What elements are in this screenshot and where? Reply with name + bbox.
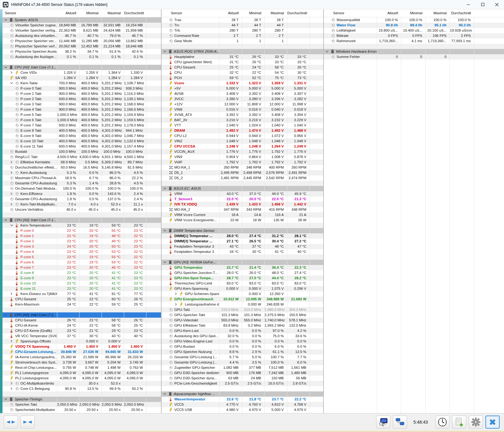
expand-icon[interactable] [10,203,15,205]
section-row[interactable]: Speicher-Timings [2,397,161,402]
sensor-row[interactable]: OC-Multiplikatorlimits30.0 x52.0 x [2,381,161,386]
sensor-row[interactable]: GPU Energieverbrauch15.912 W12.695 W348.… [162,297,323,302]
sensor-row[interactable]: Virtueller Speicher zugew...18,849 MB16,… [2,23,161,28]
sensor-row[interactable]: GPU D3D-Speicher dyna...63 MB24 MB150 MB… [162,376,323,381]
settings-button[interactable] [469,416,483,429]
collapse-icon[interactable] [163,393,169,395]
collapse-icon[interactable] [4,66,10,68]
sensor-row[interactable]: P-core 3 Takt900.0 MHz400.0 MHz5,201.2 M… [2,102,161,107]
sensor-row[interactable]: D5_22,481 RPM2,445 RPM2,542 RPM2,474 RPM [162,175,323,181]
sensor-row[interactable]: 3VCC3.280 V3.280 V3.296 V3.282 V [162,96,323,102]
sensor-row[interactable]: CPU Gesamt26 °C23 °C58 °C26 °C [2,318,161,323]
sensor-row[interactable]: Festplatten-Temperatur 343 °C37 °C48 °C4… [162,244,323,249]
sensor-row[interactable]: Durchschnittlicher effekti...50.0 MHz16.… [2,165,161,170]
clock-button[interactable] [435,416,450,429]
sensor-row[interactable]: Zugeteilter GPU-Speicher1,082 MB377 MB7,… [162,365,323,370]
collapse-columns-button[interactable] [20,416,35,429]
sensor-row[interactable]: P-core 723 °C20 °C46 °C23 °C [2,265,161,270]
collapse-icon[interactable] [10,224,15,227]
expand-columns-button[interactable] [4,416,18,429]
sensor-row[interactable]: Auslastung der Auslager...0.1 %0.1 %0.1 … [2,54,161,60]
sensor-row[interactable]: Core C1 Belegung90.8 %13.5 %99.9 %93.2 % [2,386,161,391]
sensor-row[interactable]: Summe Fehler000 [324,54,504,60]
sensor-row[interactable]: CPU GT-Kerne (Grafik)23 °C21 °C29 °C23 °… [2,328,161,333]
sensor-row[interactable]: Kern-Auslastung5.3 %0.0 %86.0 %4.5 % [2,170,161,175]
column-header-aktuell[interactable]: Aktuell [377,9,401,17]
section-row[interactable]: System: ASUS [2,17,161,23]
sensor-row[interactable]: 3VSB_ATX3.392 V3.392 V3.408 V3.394 V [162,112,323,117]
column-header-sensor[interactable]: Sensor [162,9,219,17]
sensor-row[interactable]: P-core 2 Takt500.0 MHz400.0 MHz5,201.2 M… [2,96,161,102]
sensor-row[interactable]: GPU-Speicher-Junction-T...28.0 °C26.0 °C… [162,270,323,276]
report-button[interactable] [452,416,466,429]
sensor-row[interactable]: Kern-Maximum24 °C22 °C59 °C25 °C [2,302,161,307]
sensor-row[interactable]: +5V5.000 V5.000 V5.000 V5.000 V [162,86,323,91]
maximize-button[interactable] [476,0,490,9]
section-row[interactable]: ASUS ROG STRIX Z690-A... [162,49,323,54]
sensor-row[interactable]: Virtueller Speicher verfüg...22,363 MB8,… [2,28,161,33]
collapse-icon[interactable] [4,398,10,400]
sensor-row[interactable]: Maximale CPU-/Thread-A...18.9 %6.7 %86.0… [2,175,161,181]
expand-icon[interactable] [10,382,15,385]
sensor-row[interactable]: GPU-Schienen-Spann...0.000 V12.260 V [162,291,323,297]
sensor-row[interactable]: P-core 022 °C20 °C55 °C23 °C [2,228,161,233]
sensor-row[interactable]: VHIF1.792 V1.792 V1.792 V1.792 V [162,160,323,165]
sensor-row[interactable]: P-core 1 Takt900.0 MHz400.0 MHz5,201.2 M… [2,91,161,96]
sensor-row[interactable]: Spannungs-Offsets0.000 V0.000 V [2,339,161,344]
sensor-row[interactable]: Bildrate0 FPS0 FPS196 FPS2 FPS [324,33,504,38]
remote-monitoring-button[interactable] [393,416,407,429]
sensor-row[interactable]: VRM Vcore Current18 A14 A116 A21 A [162,212,323,218]
sensor-row[interactable]: P-core 324 °C20 °C50 °C23 °C [2,244,161,249]
sensor-row[interactable]: E-core 8 Takt400.0 MHz400.0 MHz4,301.0 M… [2,128,161,133]
sensor-row[interactable]: VDDQ TX Spannung1.450 V1.450 V1.450 V1.4… [2,344,161,349]
sensor-row[interactable]: Physischer Speicher ver...12,446 MB11,28… [2,38,161,44]
sensor-row[interactable]: Gear Mode111 [162,38,323,44]
sensor-row[interactable]: PCH69 °C52 °C75 °C73 °C [162,75,323,81]
section-row[interactable]: CPU [#0]: Intel Core i7-1... [2,312,161,318]
sensor-row[interactable]: E-core 822 °C20 °C41 °C23 °C [2,270,161,276]
column-header-aktuell[interactable]: Aktuell [219,9,242,17]
section-row[interactable]: Windows Hardware Errors (... [324,49,504,54]
sensor-row[interactable]: CPU Gesamt25 °C24 °C58 °C26 °C [162,65,323,70]
sensor-row[interactable]: Kern-Temperaturen23 °C19 °C59 °C23 °C [2,223,161,228]
sensor-row[interactable]: GPU-Kern-Last0.0 %0.0 %97.0 %4.2 % [162,328,323,333]
column-header-durchschnitt[interactable]: Durchschnitt [124,9,146,17]
collapse-icon[interactable] [4,19,10,21]
collapse-icon[interactable] [163,187,169,190]
sensor-row[interactable]: P-core 122 °C19 °C48 °C22 °C [2,233,161,239]
column-header-maximal[interactable]: Maximal [425,9,450,17]
expand-icon[interactable] [10,293,15,295]
sensor-row[interactable]: GPU-Buslast0.0 %0.0 %6.0 %0.0 % [162,344,323,349]
sensor-row[interactable]: Wasserqualität100.0 %100.0 %100.0 %100.0… [324,17,504,23]
sensor-row[interactable]: Uncore Verhältnis45.0 x45.0 x45.0 x45.0 … [2,207,161,212]
sensor-row[interactable]: CPU-Gesamt-Leistung...30.846 W27.026 W94… [2,349,161,355]
sensor-row[interactable]: Kern-Distanz zu TjMAX77 °C41 °C81 °C77 °… [2,291,161,297]
sensor-row[interactable]: VIN90.904 V0.864 V1.008 V0.878 V [162,154,323,160]
sensor-row[interactable]: E-core 11 Takt600.0 MHz400.0 MHz4,301.0 … [2,144,161,149]
column-header-minimal[interactable]: Minimal [242,9,264,17]
sensor-row[interactable]: Gesamte GPU-Leistung (...5.7 %5.0 %100.7… [162,355,323,360]
sensor-row[interactable]: SA VID1.284 V1.284 V1.284 V1.284 V [2,75,161,81]
column-header-minimal[interactable]: Minimal [401,9,426,17]
sensor-row[interactable]: E-core 9 Takt400.0 MHz400.0 MHz4,301.0 M… [2,133,161,139]
sensor-row[interactable]: Kern-Effizienz1.8 %0.0 %143.6 %2.4 % [2,191,161,196]
sensor-row[interactable]: PL1 Leistungsgrenze4,095.0 W4,095.0 W4,0… [2,370,161,376]
column-header-maximal[interactable]: Maximal [264,9,287,17]
sensor-row[interactable]: P-core 4 Takt900.0 MHz400.0 MHz5,201.2 M… [2,107,161,112]
sensor-row[interactable]: Auslastung des GPU-Spei...32.0 %0.0 %75.… [162,333,323,339]
column-header-sensor[interactable]: Sensor [324,9,377,17]
collapse-icon[interactable] [163,229,169,232]
sensor-row[interactable]: GPU-Speicher-Nutzung8.8 %2.9 %61.1 %13.5… [162,349,323,355]
sensor-row[interactable]: P-core 0 Takt900.0 MHz400.0 MHz5,201.2 M… [2,86,161,91]
sensor-row[interactable]: GPU-Speicher-Takt101.3 MHz101.3 MHz2,375… [162,312,323,318]
sensor-row[interactable]: CPU32 °C22 °C54 °C30 °C [162,70,323,75]
expand-icon[interactable] [175,303,180,306]
column-header-minimal[interactable]: Minimal [79,9,102,17]
sensor-row[interactable]: Physische Speicher-Ausla...38.2 %34.7 %6… [2,49,161,54]
section-row[interactable]: ASUS EC: ASUS [162,186,323,191]
sensor-row[interactable]: E-core 923 °C20 °C41 °C23 °C [2,276,161,281]
sensor-row[interactable]: VCC5 USB4.980 V4.970 V5.000 V4.979 V [162,407,323,412]
sensor-row[interactable]: VR VCC Temperatur (SVID)37 °C30 °C43 °C4… [2,333,161,339]
sensor-row[interactable]: Physischer Speicher verf...20,062 MB12,4… [2,44,161,49]
sensor-row[interactable]: Stromverbrauch des Syst...3.739 W3.667 W… [2,360,161,365]
